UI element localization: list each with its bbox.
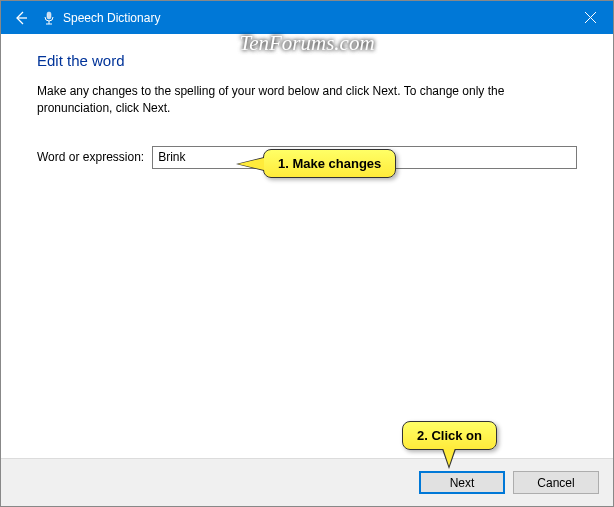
close-button[interactable]	[568, 1, 613, 34]
callout-step-1: 1. Make changes	[263, 149, 396, 178]
back-arrow-icon[interactable]	[11, 8, 31, 28]
cancel-button[interactable]: Cancel	[513, 471, 599, 494]
callout-pointer-icon	[236, 157, 264, 171]
content-area: Edit the word Make any changes to the sp…	[1, 34, 613, 458]
next-button[interactable]: Next	[419, 471, 505, 494]
callout-text: 1. Make changes	[278, 156, 381, 171]
instruction-text: Make any changes to the spelling of your…	[37, 83, 577, 118]
button-bar: Next Cancel	[1, 458, 613, 506]
page-heading: Edit the word	[37, 52, 577, 69]
titlebar: Speech Dictionary	[1, 1, 613, 34]
window-title: Speech Dictionary	[63, 11, 160, 25]
microphone-icon	[41, 10, 57, 26]
word-field-label: Word or expression:	[37, 150, 144, 164]
callout-pointer-icon	[442, 449, 456, 469]
callout-text: 2. Click on	[417, 428, 482, 443]
svg-rect-1	[47, 12, 51, 19]
callout-step-2: 2. Click on	[402, 421, 497, 450]
